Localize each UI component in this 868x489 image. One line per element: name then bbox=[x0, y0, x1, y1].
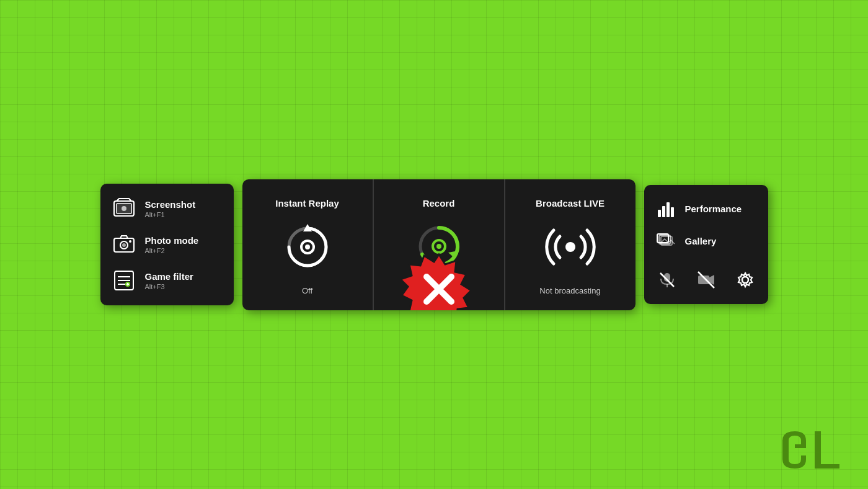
gl-logo bbox=[777, 428, 846, 472]
bottom-icons-row bbox=[655, 263, 757, 292]
performance-item[interactable]: Performance bbox=[655, 197, 757, 220]
svg-point-40 bbox=[742, 277, 748, 283]
svg-point-7 bbox=[129, 240, 131, 243]
filter-icon bbox=[112, 268, 136, 293]
cards-container: Screenshot Alt+F1 Photo mode Alt+F2 bbox=[100, 179, 768, 310]
panel-broadcast[interactable]: Broadcast LIVE Not broadcasting bbox=[505, 179, 636, 310]
game-filter-label: Game filter bbox=[145, 271, 193, 282]
panel-instant-replay[interactable]: Instant Replay Off bbox=[242, 179, 373, 310]
screenshot-icon bbox=[112, 196, 136, 221]
photo-mode-shortcut: Alt+F2 bbox=[145, 247, 199, 254]
card-right: Performance Gallery bbox=[644, 185, 768, 304]
broadcast-icon bbox=[542, 219, 598, 275]
mic-muted-icon[interactable] bbox=[655, 268, 679, 292]
photo-icon bbox=[112, 232, 136, 257]
photo-mode-label: Photo mode bbox=[145, 235, 199, 246]
game-filter-shortcut: Alt+F3 bbox=[145, 283, 193, 290]
screenshot-label: Screenshot bbox=[145, 199, 196, 210]
svg-rect-29 bbox=[671, 207, 674, 217]
svg-point-22 bbox=[436, 244, 441, 249]
watermark bbox=[777, 428, 846, 472]
camera-muted-icon[interactable] bbox=[694, 268, 718, 292]
svg-point-3 bbox=[122, 206, 126, 211]
card-middle: Instant Replay Off Record bbox=[242, 179, 636, 310]
svg-rect-28 bbox=[666, 202, 670, 217]
svg-point-18 bbox=[305, 244, 310, 249]
performance-icon bbox=[655, 197, 678, 220]
record-title: Record bbox=[384, 198, 494, 209]
screenshot-shortcut: Alt+F1 bbox=[145, 211, 196, 218]
game-filter-item[interactable]: Game filter Alt+F3 bbox=[112, 268, 223, 293]
gallery-label: Gallery bbox=[685, 236, 717, 246]
svg-point-6 bbox=[122, 243, 126, 247]
replay-icon bbox=[280, 219, 335, 275]
replay-title: Instant Replay bbox=[252, 198, 363, 209]
settings-icon[interactable] bbox=[733, 268, 757, 292]
screenshot-item[interactable]: Screenshot Alt+F1 bbox=[112, 196, 223, 221]
performance-label: Performance bbox=[685, 204, 742, 214]
svg-rect-27 bbox=[662, 206, 665, 217]
broadcast-title: Broadcast LIVE bbox=[515, 198, 626, 209]
record-icon bbox=[411, 218, 467, 274]
svg-point-23 bbox=[565, 242, 575, 252]
photo-mode-item[interactable]: Photo mode Alt+F2 bbox=[112, 232, 223, 257]
panel-record[interactable]: Record bbox=[374, 179, 504, 310]
svg-rect-26 bbox=[658, 210, 661, 217]
broadcast-status: Not broadcasting bbox=[539, 286, 600, 295]
card-capture: Screenshot Alt+F1 Photo mode Alt+F2 bbox=[100, 184, 234, 305]
gallery-icon bbox=[655, 230, 678, 252]
replay-status: Off bbox=[302, 286, 312, 295]
gallery-item[interactable]: Gallery bbox=[655, 230, 757, 252]
